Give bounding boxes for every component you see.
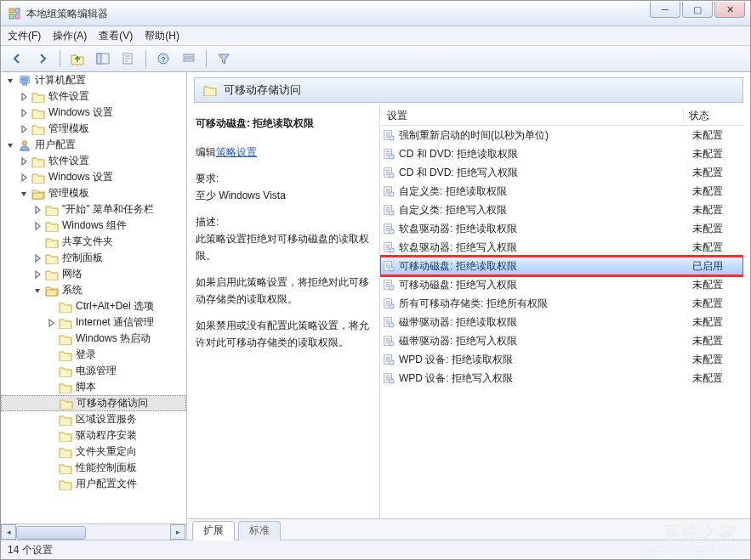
setting-name: 自定义类: 拒绝写入权限 xyxy=(397,203,692,218)
tree-node[interactable]: 管理模板 xyxy=(1,121,186,137)
tree-node[interactable]: 区域设置服务 xyxy=(1,411,186,427)
tab-standard[interactable]: 标准 xyxy=(238,521,281,540)
list-body[interactable]: 强制重新启动的时间(以秒为单位)未配置CD 和 DVD: 拒绝读取权限未配置CD… xyxy=(380,126,743,518)
column-state[interactable]: 状态 xyxy=(684,109,743,123)
tree-node[interactable]: Windows 热启动 xyxy=(1,331,186,347)
tree-node[interactable]: 登录 xyxy=(1,347,186,363)
options-button[interactable] xyxy=(178,48,200,70)
folder-icon xyxy=(45,204,59,216)
tabs-bar: 扩展 标准 xyxy=(187,518,750,540)
expand-toggle[interactable] xyxy=(31,269,43,280)
setting-state: 已启用 xyxy=(692,259,743,274)
column-setting[interactable]: 设置 xyxy=(380,109,684,123)
list-item[interactable]: 磁带驱动器: 拒绝读取权限未配置 xyxy=(380,313,743,331)
toolbar xyxy=(1,46,750,72)
tree-scroll[interactable]: 计算机配置 软件设置 Windows 设置 管理模板 用户配置 xyxy=(1,72,186,523)
list-item[interactable]: 磁带驱动器: 拒绝写入权限未配置 xyxy=(380,331,743,350)
tree-label: 文件夹重定向 xyxy=(76,444,137,459)
tree-node[interactable]: 电源管理 xyxy=(1,363,186,379)
filter-button[interactable] xyxy=(213,48,235,70)
list-item[interactable]: CD 和 DVD: 拒绝写入权限未配置 xyxy=(380,163,743,182)
chevron-down-icon xyxy=(6,141,14,150)
tree-node-user-config[interactable]: 用户配置 xyxy=(1,137,186,153)
tree-label: 性能控制面板 xyxy=(76,461,137,475)
tree-label: 脚本 xyxy=(76,380,96,394)
tree-node[interactable]: "开始" 菜单和任务栏 xyxy=(1,201,186,218)
tree-node[interactable]: Internet 通信管理 xyxy=(1,314,186,331)
properties-button[interactable] xyxy=(117,48,139,70)
expand-toggle[interactable] xyxy=(4,139,16,151)
expand-toggle[interactable] xyxy=(18,91,30,103)
maximize-button[interactable]: ▢ xyxy=(682,2,713,18)
expand-toggle[interactable] xyxy=(18,107,30,119)
expand-toggle[interactable] xyxy=(45,317,57,329)
tree-node[interactable]: 控制面板 xyxy=(1,250,186,266)
close-button[interactable]: ✕ xyxy=(714,2,745,18)
tree-node[interactable]: 脚本 xyxy=(1,379,186,395)
setting-item-icon xyxy=(380,372,397,384)
edit-policy-link[interactable]: 策略设置 xyxy=(216,146,257,158)
folder-icon xyxy=(45,220,59,232)
setting-item-icon xyxy=(380,185,397,197)
tree-node[interactable]: 性能控制面板 xyxy=(1,460,186,476)
toggle-tree-button[interactable] xyxy=(92,48,114,70)
list-item[interactable]: 自定义类: 拒绝写入权限未配置 xyxy=(380,201,743,219)
list-item[interactable]: 软盘驱动器: 拒绝写入权限未配置 xyxy=(380,238,743,257)
titlebar: 本地组策略编辑器 ─ ▢ ✕ xyxy=(1,1,750,26)
list-item[interactable]: 强制重新启动的时间(以秒为单位)未配置 xyxy=(380,126,743,144)
menu-action[interactable]: 操作(A) xyxy=(53,29,87,43)
list-item[interactable]: 软盘驱动器: 拒绝读取权限未配置 xyxy=(380,219,743,238)
main-split: 计算机配置 软件设置 Windows 设置 管理模板 用户配置 xyxy=(1,72,750,540)
tree-node[interactable]: 文件夹重定向 xyxy=(1,444,186,460)
tree-node[interactable]: 可移动存储访问 xyxy=(1,395,186,411)
scroll-left-arrow-icon[interactable]: ◂ xyxy=(1,524,16,540)
tab-extended[interactable]: 扩展 xyxy=(192,521,235,540)
tree-node-computer-config[interactable]: 计算机配置 xyxy=(1,72,186,88)
expand-toggle[interactable] xyxy=(31,285,43,297)
folder-icon xyxy=(59,382,72,393)
back-button[interactable] xyxy=(6,48,28,70)
tree-node[interactable]: 共享文件夹 xyxy=(1,234,186,250)
list-item[interactable]: 可移动磁盘: 拒绝读取权限已启用 xyxy=(380,257,743,275)
minimize-button[interactable]: ─ xyxy=(650,2,680,18)
tree-horizontal-scrollbar[interactable]: ◂ ▸ xyxy=(1,523,186,540)
expand-toggle[interactable] xyxy=(18,188,30,200)
tree-node[interactable]: Windows 组件 xyxy=(1,218,186,234)
expand-toggle[interactable] xyxy=(4,75,16,87)
scroll-right-arrow-icon[interactable]: ▸ xyxy=(170,524,185,540)
tree-node[interactable]: 用户配置文件 xyxy=(1,476,186,492)
expand-toggle[interactable] xyxy=(18,156,30,167)
menu-file[interactable]: 文件(F) xyxy=(8,29,41,43)
tree-node[interactable]: Windows 设置 xyxy=(1,169,186,185)
tree-label: 管理模板 xyxy=(48,186,89,201)
setting-item-icon xyxy=(380,148,397,160)
expand-toggle[interactable] xyxy=(18,172,30,184)
expand-toggle[interactable] xyxy=(31,252,43,264)
tree-node-system[interactable]: 系统 xyxy=(1,282,186,298)
up-button[interactable] xyxy=(66,48,88,70)
scroll-thumb[interactable] xyxy=(16,526,86,540)
menu-view[interactable]: 查看(V) xyxy=(99,29,133,43)
list-item[interactable]: 可移动磁盘: 拒绝写入权限未配置 xyxy=(380,275,743,294)
expand-toggle[interactable] xyxy=(31,220,43,232)
tree-node[interactable]: 驱动程序安装 xyxy=(1,427,186,444)
tree-node[interactable]: Windows 设置 xyxy=(1,105,186,121)
menu-help[interactable]: 帮助(H) xyxy=(145,29,179,43)
help-button[interactable] xyxy=(152,48,174,70)
tree-node[interactable]: 网络 xyxy=(1,266,186,282)
tree-node-admin-templates[interactable]: 管理模板 xyxy=(1,185,186,201)
list-item[interactable]: WPD 设备: 拒绝写入权限未配置 xyxy=(380,369,743,387)
tree-node[interactable]: Ctrl+Alt+Del 选项 xyxy=(1,298,186,314)
expand-toggle[interactable] xyxy=(31,204,43,216)
list-item[interactable]: 自定义类: 拒绝读取权限未配置 xyxy=(380,182,743,201)
list-item[interactable]: WPD 设备: 拒绝读取权限未配置 xyxy=(380,350,743,369)
setting-item-icon xyxy=(380,354,397,365)
tree-node[interactable]: 软件设置 xyxy=(1,88,186,105)
forward-button[interactable] xyxy=(31,48,54,70)
folder-icon xyxy=(59,446,72,458)
list-item[interactable]: 所有可移动存储类: 拒绝所有权限未配置 xyxy=(380,294,743,313)
computer-icon xyxy=(18,75,31,87)
expand-toggle[interactable] xyxy=(18,123,30,135)
tree-node[interactable]: 软件设置 xyxy=(1,153,186,169)
list-item[interactable]: CD 和 DVD: 拒绝读取权限未配置 xyxy=(380,144,743,163)
